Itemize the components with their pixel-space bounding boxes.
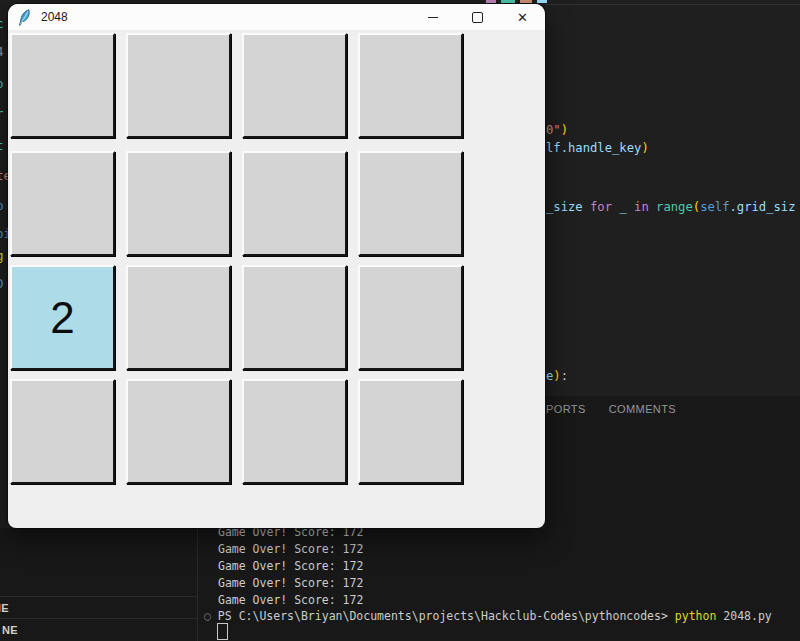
close-button[interactable]: ✕ [500, 4, 545, 30]
clipped-code-fragment: r [0, 106, 4, 121]
tile-empty [242, 379, 347, 484]
top-code-strip [486, 0, 547, 3]
code-token: _ [619, 200, 626, 214]
tile-empty [126, 265, 231, 370]
code-token: in [634, 200, 649, 214]
tile-empty [10, 151, 115, 256]
clipped-code-fragment: D [0, 276, 4, 291]
panel-tab-ports[interactable]: PORTS [546, 403, 586, 415]
terminal-prompt: ○ PS C:\Users\Briyan\Documents\projects\… [204, 608, 772, 625]
left-code-strip: c4orttepoigD [0, 0, 8, 320]
editor-code-line: lf.handle_key) [546, 140, 649, 157]
tile-empty [126, 33, 231, 138]
clipped-code-fragment: 4 [0, 44, 4, 59]
clipped-code-fragment: t [0, 138, 4, 153]
code-token: _size [546, 200, 590, 214]
sidebar-section-label: NE [0, 602, 9, 614]
code-token: 2048.py [716, 609, 771, 623]
code-token [627, 200, 634, 214]
editor-top-divider [545, 4, 800, 5]
tk-feather-icon [18, 9, 31, 26]
code-token: ○ [204, 609, 218, 623]
tile-empty [10, 33, 115, 138]
sidebar-section-label: NE [2, 624, 18, 636]
tile-empty [10, 379, 115, 484]
tile-empty [242, 151, 347, 256]
code-token: ) [561, 123, 568, 137]
tile-empty [126, 379, 231, 484]
close-icon: ✕ [517, 11, 528, 24]
code-token: ) [641, 141, 648, 155]
tile-empty [358, 151, 463, 256]
tile-empty [242, 265, 347, 370]
code-token: self [700, 200, 729, 214]
panel-tab-comments[interactable]: COMMENTS [609, 403, 676, 415]
maximize-icon [472, 12, 483, 23]
clipped-code-fragment: te [0, 168, 8, 183]
tile-2: 2 [10, 265, 115, 370]
clipped-code-fragment: o [0, 76, 4, 91]
code-token: range [656, 200, 693, 214]
window-controls: ✕ [410, 4, 545, 30]
tile-empty [358, 33, 463, 138]
app-window-2048: 2048 ✕ 2 [8, 4, 545, 528]
clipped-code-fragment [501, 0, 515, 3]
terminal-output-line: Game Over! Score: 172 [218, 541, 363, 558]
editor-code-line: e): [546, 368, 568, 385]
code-token: ) [553, 369, 560, 383]
code-token [649, 200, 656, 214]
sidebar-section-timeline[interactable]: NE [0, 618, 197, 640]
terminal-output-line: Game Over! Score: 172 [218, 558, 363, 575]
clipped-code-fragment: oi [0, 226, 8, 241]
tile-empty [242, 33, 347, 138]
tile-empty [358, 379, 463, 484]
terminal-cursor [217, 623, 228, 640]
sidebar-section-outline[interactable]: NE [0, 596, 197, 618]
minimize-icon [428, 17, 438, 18]
code-token: PS C:\Users\Briyan\Documents\projects\Ha… [218, 609, 675, 623]
tile-empty [358, 265, 463, 370]
clipped-code-fragment: g [0, 248, 4, 263]
window-title: 2048 [41, 10, 68, 24]
editor-code-line: 0") [546, 122, 568, 139]
panel-tab-bar: PORTSCOMMENTS [546, 403, 676, 415]
titlebar[interactable]: 2048 ✕ [8, 4, 545, 30]
code-token: python [675, 609, 717, 623]
clipped-code-fragment [537, 0, 547, 3]
tile-value: 2 [50, 296, 74, 340]
code-token: lf.handle_key [546, 141, 641, 155]
tile-empty [126, 151, 231, 256]
clipped-code-fragment: c [0, 16, 4, 31]
terminal-output-line: Game Over! Score: 172 [218, 575, 363, 592]
terminal-output-line: Game Over! Score: 172 [218, 592, 363, 609]
code-token: .grid_siz [730, 200, 796, 214]
maximize-button[interactable] [455, 4, 500, 30]
code-token: for [590, 200, 612, 214]
minimize-button[interactable] [410, 4, 455, 30]
editor-code-line: _size for _ in range(self.grid_siz [546, 199, 796, 216]
code-token: 0" [546, 123, 561, 137]
clipped-code-fragment [486, 0, 496, 3]
clipped-code-fragment: p [0, 198, 4, 213]
sidebar-bottom: NE NE [0, 528, 198, 641]
code-token: : [561, 369, 568, 383]
game-board: 2 [8, 30, 545, 528]
clipped-code-fragment [520, 0, 532, 3]
